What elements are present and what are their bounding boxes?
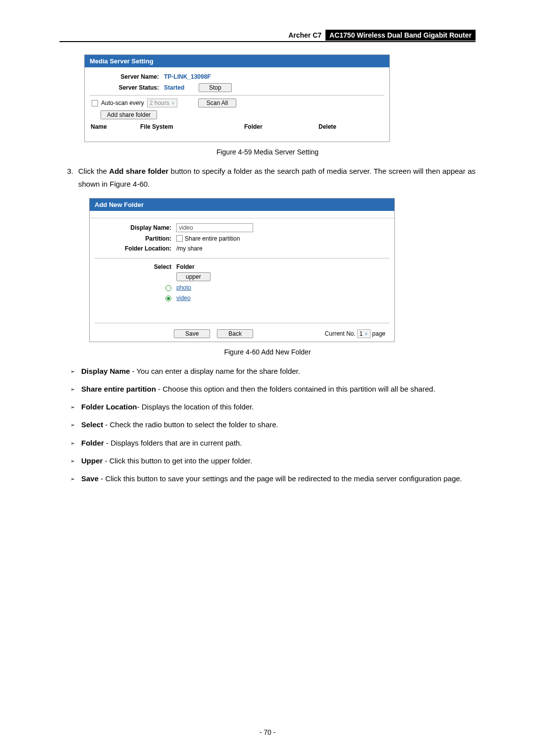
bullet-text: - Displays folders that are in current p… bbox=[104, 439, 242, 447]
folder-location-value: /my share bbox=[176, 245, 203, 252]
bullet-bold: Display Name bbox=[81, 367, 130, 375]
autoscan-interval-select[interactable]: 2 hours ∨ bbox=[147, 99, 177, 107]
panel-title-2: Add New Folder bbox=[90, 199, 394, 211]
page-header: Archer C7AC1750 Wireless Dual Band Gigab… bbox=[59, 30, 476, 42]
share-entire-checkbox[interactable] bbox=[176, 235, 183, 242]
step-text: Click the Add share folder button to spe… bbox=[78, 165, 476, 191]
figure-caption-2: Figure 4-60 Add New Folder bbox=[59, 348, 476, 356]
stop-button[interactable]: Stop bbox=[199, 83, 232, 92]
add-share-folder-button[interactable]: Add share folder bbox=[101, 110, 157, 119]
display-name-input[interactable]: video bbox=[176, 223, 253, 232]
select-label: Select bbox=[95, 263, 176, 270]
share-entire-label: Share entire partition bbox=[185, 235, 240, 242]
product-label: AC1750 Wireless Dual Band Gigabit Router bbox=[325, 30, 476, 41]
autoscan-interval-value: 2 hours bbox=[150, 100, 169, 106]
bullet-text: - Choose this option and then the folder… bbox=[156, 385, 435, 393]
add-new-folder-panel: Add New Folder Display Name: video Parti… bbox=[89, 198, 395, 342]
bullet-select: Select - Check the radio button to selec… bbox=[81, 418, 476, 431]
partition-label: Partition: bbox=[95, 235, 176, 242]
autoscan-label: Auto-scan every bbox=[101, 100, 144, 106]
chevron-down-icon: ∨ bbox=[171, 101, 175, 105]
page-number-select[interactable]: 1 ∨ bbox=[357, 329, 371, 338]
server-status-value: Started bbox=[164, 84, 199, 91]
step-text-bold: Add share folder bbox=[109, 167, 168, 175]
radio-video[interactable] bbox=[165, 296, 171, 302]
display-name-label: Display Name: bbox=[95, 224, 176, 231]
bullet-icon: ➢ bbox=[70, 365, 81, 378]
col-file-system: File System bbox=[140, 123, 244, 130]
bullet-bold: Upper bbox=[81, 456, 103, 465]
folder-link-photo[interactable]: photo bbox=[176, 284, 191, 291]
bullet-upper: Upper - Click this button to get into th… bbox=[81, 454, 476, 467]
folder-column-header: Folder bbox=[176, 263, 211, 270]
bullet-folder: Folder - Displays folders that are in cu… bbox=[81, 437, 476, 450]
bullet-bold: Folder Location bbox=[81, 403, 137, 411]
radio-photo[interactable] bbox=[165, 285, 171, 291]
bullet-bold: Select bbox=[81, 420, 103, 429]
page-number-value: 1 bbox=[360, 330, 363, 337]
bullet-icon: ➢ bbox=[70, 454, 81, 467]
bullet-text: - Click this button to save your setting… bbox=[99, 474, 462, 483]
bullet-display-name: Display Name - You can enter a display n… bbox=[81, 365, 476, 378]
current-no-label: Current No. bbox=[325, 330, 356, 337]
folder-link-video[interactable]: video bbox=[176, 295, 191, 302]
col-delete: Delete bbox=[319, 123, 336, 130]
bullet-save: Save - Click this button to save your se… bbox=[81, 472, 476, 485]
page-number: - 70 - bbox=[0, 728, 535, 736]
bullet-bold: Save bbox=[81, 474, 99, 483]
server-status-label: Server Status: bbox=[90, 84, 164, 91]
bullet-icon: ➢ bbox=[70, 401, 81, 413]
upper-button[interactable]: upper bbox=[176, 272, 211, 281]
step-3: 3. Click the Add share folder button to … bbox=[59, 165, 476, 191]
server-name-value: TP-LINK_13098F bbox=[164, 73, 211, 80]
figure-caption-1: Figure 4-59 Media Server Setting bbox=[59, 148, 476, 156]
server-name-label: Server Name: bbox=[90, 73, 164, 80]
bullet-text: - Click this button to get into the uppe… bbox=[103, 456, 252, 465]
bullet-bold: Share entire partition bbox=[81, 385, 156, 393]
bullet-icon: ➢ bbox=[70, 472, 81, 485]
col-name: Name bbox=[90, 123, 140, 130]
bullet-icon: ➢ bbox=[70, 418, 81, 431]
media-server-setting-panel: Media Server Setting Server Name: TP-LIN… bbox=[84, 54, 390, 142]
bullet-folder-location: Folder Location- Displays the location o… bbox=[81, 401, 476, 413]
bullet-bold: Folder bbox=[81, 439, 104, 447]
bullet-share-entire: Share entire partition - Choose this opt… bbox=[81, 383, 476, 396]
folder-location-label: Folder Location: bbox=[95, 245, 176, 252]
chevron-down-icon: ∨ bbox=[365, 331, 368, 336]
bullet-text: - Check the radio button to select the f… bbox=[103, 420, 278, 429]
bullet-text: - Displays the location of this folder. bbox=[137, 403, 254, 411]
autoscan-checkbox[interactable] bbox=[92, 100, 98, 106]
save-button[interactable]: Save bbox=[174, 329, 210, 338]
model-label: Archer C7 bbox=[284, 30, 325, 41]
panel-title: Media Server Setting bbox=[85, 55, 389, 67]
col-folder: Folder bbox=[244, 123, 319, 130]
page-label: page bbox=[372, 330, 385, 337]
scan-all-button[interactable]: Scan All bbox=[198, 99, 236, 107]
step-text-pre: Click the bbox=[78, 167, 109, 175]
back-button[interactable]: Back bbox=[217, 329, 253, 338]
bullet-text: - You can enter a display name for the s… bbox=[130, 367, 300, 375]
bullet-icon: ➢ bbox=[70, 437, 81, 450]
bullet-icon: ➢ bbox=[70, 383, 81, 396]
step-number: 3. bbox=[59, 165, 78, 191]
